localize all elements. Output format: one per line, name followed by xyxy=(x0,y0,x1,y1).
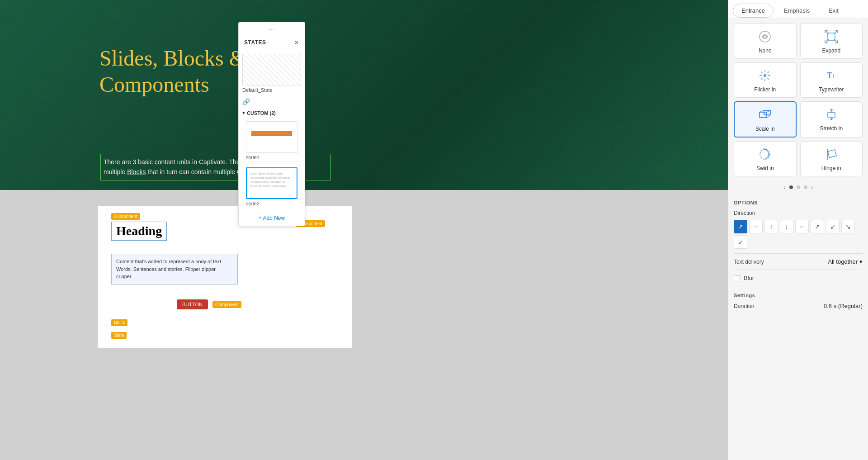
badge-slide: Slide xyxy=(111,332,127,339)
svg-line-3 xyxy=(826,31,829,34)
svg-rect-23 xyxy=(828,113,835,117)
anim-typewriter-label: Typewriter xyxy=(819,86,844,93)
direction-grid: ↗ → ↑ ↓ ← ↗ ↙ ↘ ↙ xyxy=(734,220,863,249)
anim-scale-label: Scale in xyxy=(755,126,775,132)
svg-rect-28 xyxy=(828,150,836,158)
expand-icon xyxy=(823,28,840,45)
anim-none[interactable]: None xyxy=(734,24,797,59)
preview-content-text: Content that's added to represent a body… xyxy=(116,259,222,279)
animation-grid: None Expand xyxy=(728,18,868,182)
state-item-state2[interactable]: Lorem ipsum dolor sit amet consectetur a… xyxy=(242,164,301,210)
dir-diagonal-br[interactable]: ↘ xyxy=(841,220,855,233)
page-dot-3[interactable] xyxy=(804,185,807,189)
anim-scale-in[interactable]: Scale in xyxy=(734,101,797,138)
preview-content-box: Content that's added to represent a body… xyxy=(111,254,238,285)
settings-title: Settings xyxy=(734,293,863,298)
next-page[interactable]: › xyxy=(811,184,813,191)
anim-typewriter[interactable]: T Typewriter xyxy=(800,62,863,98)
blur-row: Blur xyxy=(734,275,863,281)
dir-down[interactable]: ↓ xyxy=(780,220,793,233)
hinge-icon xyxy=(823,146,840,162)
badge-component-3: Component xyxy=(212,301,241,308)
svg-point-1 xyxy=(764,35,766,38)
page-dot-1[interactable] xyxy=(789,185,793,189)
text-delivery-select[interactable]: All together ▾ xyxy=(828,258,863,265)
state-label-default: Default_State xyxy=(242,87,301,93)
dir-diagonal-bl[interactable]: ↙ xyxy=(826,220,840,233)
svg-point-29 xyxy=(827,151,829,152)
anim-flicker-label: Flicker in xyxy=(754,86,776,93)
typewriter-icon: T xyxy=(823,67,840,84)
prev-page[interactable]: ‹ xyxy=(783,184,786,191)
chevron-down-icon: ▾ xyxy=(242,110,245,116)
blur-label: Blur xyxy=(744,275,754,281)
scale-icon xyxy=(757,107,773,123)
flicker-icon xyxy=(757,67,773,84)
custom-section: ▾ CUSTOM (2) state1 Lorem ipsum dolor si… xyxy=(239,107,305,210)
duration-value: 0.6 s (Regular) xyxy=(824,303,863,309)
state-thumb-state2: Lorem ipsum dolor sit amet consectetur a… xyxy=(246,167,297,199)
anim-stretch-in[interactable]: Stretch in xyxy=(800,101,863,138)
states-close-button[interactable]: ✕ xyxy=(294,39,299,46)
state-item-state1[interactable]: state1 xyxy=(242,118,301,164)
options-title: OPTIONS xyxy=(734,200,863,205)
page-dot-2[interactable] xyxy=(797,185,800,189)
text-delivery-value: All together xyxy=(828,258,858,265)
blur-checkbox[interactable] xyxy=(734,275,740,281)
svg-line-14 xyxy=(767,71,769,73)
custom-label: CUSTOM (2) xyxy=(247,110,276,116)
dir-extra[interactable]: ↙ xyxy=(734,235,747,249)
text-delivery-label: Text delivery xyxy=(734,259,764,265)
anim-flicker-in[interactable]: Flicker in xyxy=(734,62,797,98)
anim-hinge-in[interactable]: Hinge in xyxy=(800,141,863,176)
animation-tabs: Entrance Emphasis Exit xyxy=(728,0,868,18)
preview-heading: Heading xyxy=(116,224,162,238)
swirl-icon xyxy=(757,146,773,162)
anim-swirl-in[interactable]: Swirl in xyxy=(734,141,797,176)
dir-diagonal-tl[interactable]: ↗ xyxy=(734,220,747,233)
stretch-icon xyxy=(823,106,840,123)
state-item-default[interactable]: Default_State xyxy=(239,50,305,96)
preview-button: BUTTON xyxy=(177,299,208,309)
svg-line-5 xyxy=(826,39,829,42)
badge-component-1: Component xyxy=(111,213,140,220)
canvas-area: Slides, Blocks &Components There are 3 b… xyxy=(0,0,728,460)
duration-row: Duration 0.6 s (Regular) xyxy=(734,303,863,309)
svg-rect-2 xyxy=(828,33,835,40)
chevron-down-icon: ▾ xyxy=(859,258,863,265)
slide-preview: Component Heading Component Content that… xyxy=(97,206,353,348)
tab-emphasis[interactable]: Emphasis xyxy=(775,4,818,18)
dir-diagonal-tr[interactable]: ↗ xyxy=(811,220,824,233)
text-delivery-row: Text delivery All together ▾ xyxy=(734,258,863,265)
state-label-state1: state1 xyxy=(246,155,297,160)
anim-hinge-label: Hinge in xyxy=(821,165,841,171)
tab-entrance[interactable]: Entrance xyxy=(733,4,774,18)
dir-left[interactable]: ← xyxy=(795,220,809,233)
anim-swirl-label: Swirl in xyxy=(756,165,774,171)
link-icon: 🔗 xyxy=(239,96,305,107)
anim-expand[interactable]: Expand xyxy=(800,24,863,59)
custom-header: ▾ CUSTOM (2) xyxy=(242,110,301,116)
state-thumb-state1 xyxy=(246,121,297,153)
states-title: STATES xyxy=(244,39,266,46)
svg-line-12 xyxy=(761,71,763,73)
add-new-button[interactable]: + Add New xyxy=(239,210,305,226)
svg-point-0 xyxy=(760,31,770,42)
duration-label: Duration xyxy=(734,303,754,309)
preview-heading-box: Heading xyxy=(111,222,167,241)
slide-background: Slides, Blocks &Components There are 3 b… xyxy=(0,0,728,190)
drag-handle[interactable]: ⋯ xyxy=(239,22,305,34)
badge-block: Block xyxy=(111,319,127,326)
right-panel: Entrance Emphasis Exit None xyxy=(728,0,868,460)
anim-expand-label: Expand xyxy=(822,47,840,54)
tab-exit[interactable]: Exit xyxy=(820,4,847,18)
svg-line-13 xyxy=(767,78,769,80)
states-header: STATES ✕ xyxy=(239,34,305,50)
dir-up[interactable]: ↑ xyxy=(764,220,778,233)
dir-right[interactable]: → xyxy=(749,220,763,233)
pagination: ‹ › xyxy=(728,182,868,194)
slide-heading: Slides, Blocks &Components xyxy=(99,45,246,97)
svg-line-15 xyxy=(761,78,763,80)
svg-line-6 xyxy=(834,39,837,42)
settings-section: Settings Duration 0.6 s (Regular) xyxy=(728,287,868,315)
